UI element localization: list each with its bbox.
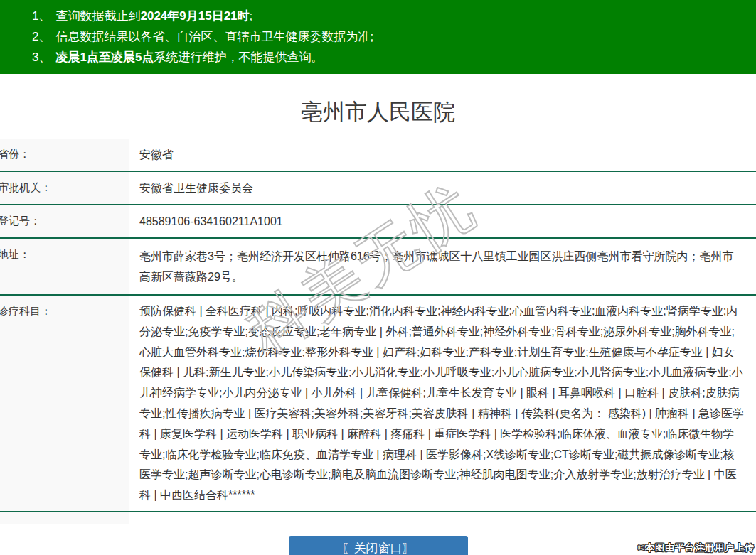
row-label xyxy=(0,512,129,524)
notice-line-2: 2、信息数据结果以各省、自治区、直辖市卫生健康委数据为准; xyxy=(0,26,756,47)
row-value xyxy=(129,512,756,524)
row-label: 登记号： xyxy=(0,205,129,237)
notice-text-bold: 2024年9月15日21时 xyxy=(140,9,249,23)
row-value: 预防保健科 | 全科医疗科 | 内科;呼吸内科专业;消化内科专业;神经内科专业;… xyxy=(129,296,756,511)
row-value: 亳州市薛家巷3号；亳州经济开发区杜仲路616号；亳州市谯城区十八里镇工业园区洪庄… xyxy=(129,239,756,294)
notice-line-1: 1、查询数据截止到2024年9月15日21时; xyxy=(0,6,756,26)
hospital-info-table: 省份： 安徽省 审批机关： 安徽省卫生健康委员会 登记号： 48589106-6… xyxy=(0,139,756,524)
footer-bar: 〖关闭窗口〗 xyxy=(0,536,756,555)
row-value: 安徽省卫生健康委员会 xyxy=(129,172,756,204)
notice-number: 1、 xyxy=(32,9,50,23)
notice-number: 2、 xyxy=(32,30,50,43)
row-label: 省份： xyxy=(0,139,129,171)
notice-text: 查询数据截止到 xyxy=(55,9,140,23)
notice-text-bold: 凌晨1点至凌晨5点 xyxy=(55,50,154,64)
table-row-approval-authority: 审批机关： 安徽省卫生健康委员会 xyxy=(0,171,756,204)
table-row-empty xyxy=(0,511,756,524)
notice-banner: 1、查询数据截止到2024年9月15日21时; 2、信息数据结果以各省、自治区、… xyxy=(0,0,756,74)
notice-text: 系统进行维护，不能提供查询。 xyxy=(154,50,323,64)
table-row-medical-subjects: 诊疗科目： 预防保健科 | 全科医疗科 | 内科;呼吸内科专业;消化内科专业;神… xyxy=(0,294,756,511)
notice-line-3: 3、凌晨1点至凌晨5点系统进行维护，不能提供查询。 xyxy=(0,47,756,68)
notice-text: ; xyxy=(250,9,253,23)
notice-number: 3、 xyxy=(32,50,50,64)
close-window-button[interactable]: 〖关闭窗口〗 xyxy=(289,536,468,555)
row-value: 48589106-634160211A1001 xyxy=(129,205,756,237)
table-row-registration-number: 登记号： 48589106-634160211A1001 xyxy=(0,204,756,237)
table-row-province: 省份： 安徽省 xyxy=(0,139,756,171)
row-label: 审批机关： xyxy=(0,172,129,204)
row-label: 地址： xyxy=(0,239,129,294)
row-label: 诊疗科目： xyxy=(0,296,129,511)
notice-text: 信息数据结果以各省、自治区、直辖市卫生健康委数据为准; xyxy=(55,30,373,43)
table-row-address: 地址： 亳州市薛家巷3号；亳州经济开发区杜仲路616号；亳州市谯城区十八里镇工业… xyxy=(0,237,756,294)
page-title: 亳州市人民医院 xyxy=(0,98,756,126)
row-value: 安徽省 xyxy=(129,139,756,171)
